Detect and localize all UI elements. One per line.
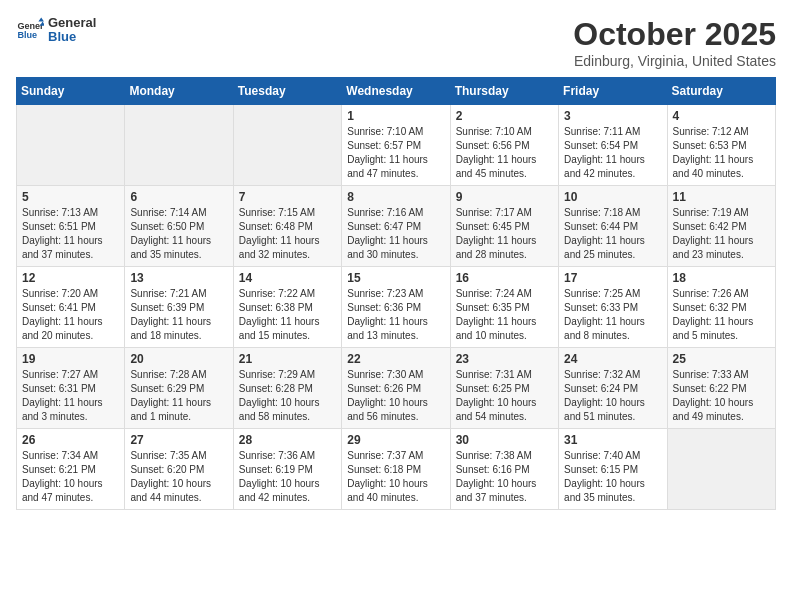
day-number: 18 — [673, 271, 770, 285]
location: Edinburg, Virginia, United States — [573, 53, 776, 69]
day-info: Sunrise: 7:14 AMSunset: 6:50 PMDaylight:… — [130, 206, 227, 262]
day-info: Sunrise: 7:34 AMSunset: 6:21 PMDaylight:… — [22, 449, 119, 505]
day-number: 24 — [564, 352, 661, 366]
calendar-cell: 1 Sunrise: 7:10 AMSunset: 6:57 PMDayligh… — [342, 105, 450, 186]
calendar-cell: 27 Sunrise: 7:35 AMSunset: 6:20 PMDaylig… — [125, 429, 233, 510]
calendar-cell: 20 Sunrise: 7:28 AMSunset: 6:29 PMDaylig… — [125, 348, 233, 429]
calendar-cell: 9 Sunrise: 7:17 AMSunset: 6:45 PMDayligh… — [450, 186, 558, 267]
calendar-cell: 30 Sunrise: 7:38 AMSunset: 6:16 PMDaylig… — [450, 429, 558, 510]
day-info: Sunrise: 7:27 AMSunset: 6:31 PMDaylight:… — [22, 368, 119, 424]
day-info: Sunrise: 7:36 AMSunset: 6:19 PMDaylight:… — [239, 449, 336, 505]
calendar-cell: 13 Sunrise: 7:21 AMSunset: 6:39 PMDaylig… — [125, 267, 233, 348]
calendar-cell: 7 Sunrise: 7:15 AMSunset: 6:48 PMDayligh… — [233, 186, 341, 267]
calendar-cell: 10 Sunrise: 7:18 AMSunset: 6:44 PMDaylig… — [559, 186, 667, 267]
calendar-cell: 15 Sunrise: 7:23 AMSunset: 6:36 PMDaylig… — [342, 267, 450, 348]
day-info: Sunrise: 7:38 AMSunset: 6:16 PMDaylight:… — [456, 449, 553, 505]
day-number: 17 — [564, 271, 661, 285]
day-info: Sunrise: 7:23 AMSunset: 6:36 PMDaylight:… — [347, 287, 444, 343]
calendar-cell: 4 Sunrise: 7:12 AMSunset: 6:53 PMDayligh… — [667, 105, 775, 186]
day-number: 21 — [239, 352, 336, 366]
day-info: Sunrise: 7:29 AMSunset: 6:28 PMDaylight:… — [239, 368, 336, 424]
calendar-cell: 24 Sunrise: 7:32 AMSunset: 6:24 PMDaylig… — [559, 348, 667, 429]
day-number: 9 — [456, 190, 553, 204]
calendar-cell — [233, 105, 341, 186]
calendar-cell: 17 Sunrise: 7:25 AMSunset: 6:33 PMDaylig… — [559, 267, 667, 348]
day-info: Sunrise: 7:11 AMSunset: 6:54 PMDaylight:… — [564, 125, 661, 181]
calendar-cell: 28 Sunrise: 7:36 AMSunset: 6:19 PMDaylig… — [233, 429, 341, 510]
day-info: Sunrise: 7:28 AMSunset: 6:29 PMDaylight:… — [130, 368, 227, 424]
day-header-saturday: Saturday — [667, 78, 775, 105]
day-number: 28 — [239, 433, 336, 447]
day-number: 1 — [347, 109, 444, 123]
day-number: 4 — [673, 109, 770, 123]
calendar-cell: 22 Sunrise: 7:30 AMSunset: 6:26 PMDaylig… — [342, 348, 450, 429]
page-header: General Blue General Blue October 2025 E… — [16, 16, 776, 69]
calendar-cell: 29 Sunrise: 7:37 AMSunset: 6:18 PMDaylig… — [342, 429, 450, 510]
week-row-3: 12 Sunrise: 7:20 AMSunset: 6:41 PMDaylig… — [17, 267, 776, 348]
day-number: 8 — [347, 190, 444, 204]
day-info: Sunrise: 7:20 AMSunset: 6:41 PMDaylight:… — [22, 287, 119, 343]
calendar-cell: 18 Sunrise: 7:26 AMSunset: 6:32 PMDaylig… — [667, 267, 775, 348]
day-number: 25 — [673, 352, 770, 366]
day-number: 23 — [456, 352, 553, 366]
day-info: Sunrise: 7:37 AMSunset: 6:18 PMDaylight:… — [347, 449, 444, 505]
day-info: Sunrise: 7:31 AMSunset: 6:25 PMDaylight:… — [456, 368, 553, 424]
day-number: 20 — [130, 352, 227, 366]
day-number: 11 — [673, 190, 770, 204]
calendar-cell: 21 Sunrise: 7:29 AMSunset: 6:28 PMDaylig… — [233, 348, 341, 429]
calendar-table: SundayMondayTuesdayWednesdayThursdayFrid… — [16, 77, 776, 510]
title-block: October 2025 Edinburg, Virginia, United … — [573, 16, 776, 69]
day-header-sunday: Sunday — [17, 78, 125, 105]
day-info: Sunrise: 7:35 AMSunset: 6:20 PMDaylight:… — [130, 449, 227, 505]
calendar-cell: 14 Sunrise: 7:22 AMSunset: 6:38 PMDaylig… — [233, 267, 341, 348]
calendar-cell: 26 Sunrise: 7:34 AMSunset: 6:21 PMDaylig… — [17, 429, 125, 510]
logo-general: General — [48, 16, 96, 30]
day-info: Sunrise: 7:17 AMSunset: 6:45 PMDaylight:… — [456, 206, 553, 262]
day-number: 30 — [456, 433, 553, 447]
calendar-cell — [125, 105, 233, 186]
day-info: Sunrise: 7:16 AMSunset: 6:47 PMDaylight:… — [347, 206, 444, 262]
day-info: Sunrise: 7:19 AMSunset: 6:42 PMDaylight:… — [673, 206, 770, 262]
day-info: Sunrise: 7:15 AMSunset: 6:48 PMDaylight:… — [239, 206, 336, 262]
calendar-cell: 2 Sunrise: 7:10 AMSunset: 6:56 PMDayligh… — [450, 105, 558, 186]
day-info: Sunrise: 7:12 AMSunset: 6:53 PMDaylight:… — [673, 125, 770, 181]
day-info: Sunrise: 7:22 AMSunset: 6:38 PMDaylight:… — [239, 287, 336, 343]
day-info: Sunrise: 7:33 AMSunset: 6:22 PMDaylight:… — [673, 368, 770, 424]
calendar-cell: 6 Sunrise: 7:14 AMSunset: 6:50 PMDayligh… — [125, 186, 233, 267]
calendar-cell: 19 Sunrise: 7:27 AMSunset: 6:31 PMDaylig… — [17, 348, 125, 429]
day-info: Sunrise: 7:25 AMSunset: 6:33 PMDaylight:… — [564, 287, 661, 343]
calendar-cell: 16 Sunrise: 7:24 AMSunset: 6:35 PMDaylig… — [450, 267, 558, 348]
day-number: 22 — [347, 352, 444, 366]
week-row-1: 1 Sunrise: 7:10 AMSunset: 6:57 PMDayligh… — [17, 105, 776, 186]
day-info: Sunrise: 7:40 AMSunset: 6:15 PMDaylight:… — [564, 449, 661, 505]
day-number: 16 — [456, 271, 553, 285]
day-number: 5 — [22, 190, 119, 204]
svg-marker-2 — [38, 18, 44, 22]
day-info: Sunrise: 7:30 AMSunset: 6:26 PMDaylight:… — [347, 368, 444, 424]
week-row-2: 5 Sunrise: 7:13 AMSunset: 6:51 PMDayligh… — [17, 186, 776, 267]
week-row-4: 19 Sunrise: 7:27 AMSunset: 6:31 PMDaylig… — [17, 348, 776, 429]
day-header-thursday: Thursday — [450, 78, 558, 105]
day-info: Sunrise: 7:32 AMSunset: 6:24 PMDaylight:… — [564, 368, 661, 424]
day-number: 6 — [130, 190, 227, 204]
day-number: 10 — [564, 190, 661, 204]
logo-icon: General Blue — [16, 16, 44, 44]
day-info: Sunrise: 7:24 AMSunset: 6:35 PMDaylight:… — [456, 287, 553, 343]
day-number: 7 — [239, 190, 336, 204]
day-header-wednesday: Wednesday — [342, 78, 450, 105]
calendar-cell: 5 Sunrise: 7:13 AMSunset: 6:51 PMDayligh… — [17, 186, 125, 267]
calendar-cell: 8 Sunrise: 7:16 AMSunset: 6:47 PMDayligh… — [342, 186, 450, 267]
day-info: Sunrise: 7:26 AMSunset: 6:32 PMDaylight:… — [673, 287, 770, 343]
day-info: Sunrise: 7:13 AMSunset: 6:51 PMDaylight:… — [22, 206, 119, 262]
day-number: 27 — [130, 433, 227, 447]
day-number: 26 — [22, 433, 119, 447]
calendar-cell: 23 Sunrise: 7:31 AMSunset: 6:25 PMDaylig… — [450, 348, 558, 429]
day-number: 19 — [22, 352, 119, 366]
calendar-cell: 3 Sunrise: 7:11 AMSunset: 6:54 PMDayligh… — [559, 105, 667, 186]
day-number: 29 — [347, 433, 444, 447]
day-header-monday: Monday — [125, 78, 233, 105]
day-number: 15 — [347, 271, 444, 285]
calendar-cell: 11 Sunrise: 7:19 AMSunset: 6:42 PMDaylig… — [667, 186, 775, 267]
day-info: Sunrise: 7:18 AMSunset: 6:44 PMDaylight:… — [564, 206, 661, 262]
day-number: 2 — [456, 109, 553, 123]
